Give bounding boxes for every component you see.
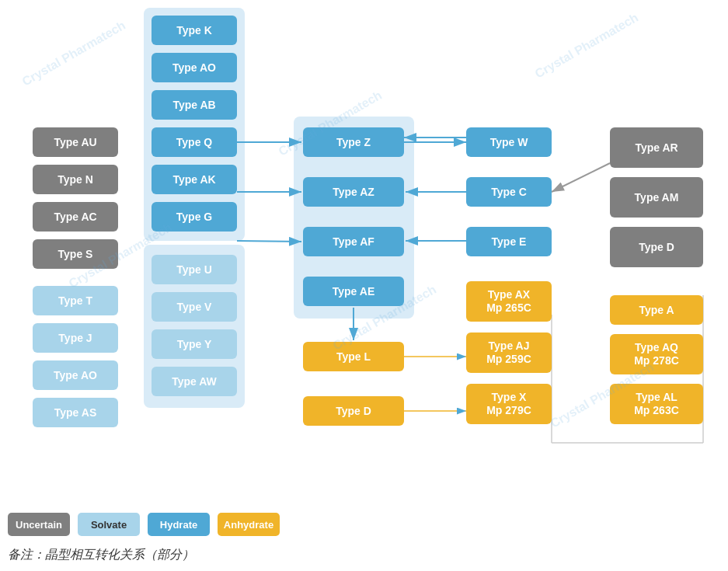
node-type-u: Type U xyxy=(152,255,237,284)
legend-box-hydrate: Hydrate xyxy=(148,513,210,536)
main-container: Crystal Pharmatech Crystal Pharmatech Cr… xyxy=(0,0,728,571)
node-type-e: Type E xyxy=(466,227,552,256)
node-type-q: Type Q xyxy=(152,127,237,157)
legend-box-solvate: Solvate xyxy=(78,513,140,536)
node-type-w: Type W xyxy=(466,127,552,157)
node-type-am: Type AM xyxy=(610,177,703,218)
node-type-s: Type S xyxy=(33,239,118,269)
node-type-g: Type G xyxy=(152,202,237,232)
legend-box-uncertain: Uncertain xyxy=(8,513,70,536)
node-type-a: Type A xyxy=(610,295,703,325)
legend: Uncertain Solvate Hydrate Anhydrate xyxy=(8,513,280,536)
node-type-as: Type AS xyxy=(33,398,118,427)
diagram-area: Type AU Type N Type AC Type S Type T Typ… xyxy=(8,8,720,509)
node-type-z: Type Z xyxy=(303,127,404,157)
legend-item-uncertain: Uncertain xyxy=(8,513,70,536)
nodes-layer: Type AU Type N Type AC Type S Type T Typ… xyxy=(8,8,720,509)
node-type-ao-bot: Type AO xyxy=(33,360,118,390)
node-type-y: Type Y xyxy=(152,329,237,359)
node-type-az: Type AZ xyxy=(303,177,404,207)
legend-box-anhydrate: Anhydrate xyxy=(218,513,280,536)
node-type-au: Type AU xyxy=(33,127,118,157)
legend-item-anhydrate: Anhydrate xyxy=(218,513,280,536)
legend-item-hydrate: Hydrate xyxy=(148,513,210,536)
node-type-d-bot: Type D xyxy=(303,396,404,426)
node-type-l: Type L xyxy=(303,342,404,371)
node-type-v: Type V xyxy=(152,292,237,322)
node-type-ao-top: Type AO xyxy=(152,53,237,82)
node-type-aw: Type AW xyxy=(152,367,237,396)
node-type-aj: Type AJMp 259C xyxy=(466,333,552,373)
node-type-ae: Type AE xyxy=(303,277,404,306)
node-type-t: Type T xyxy=(33,286,118,315)
node-type-ak: Type AK xyxy=(152,165,237,194)
node-type-ax: Type AXMp 265C xyxy=(466,281,552,322)
node-type-x: Type XMp 279C xyxy=(466,384,552,424)
node-type-d-right: Type D xyxy=(610,227,703,267)
node-type-ac: Type AC xyxy=(33,202,118,232)
node-type-al: Type ALMp 263C xyxy=(610,384,703,424)
node-type-c: Type C xyxy=(466,177,552,207)
node-type-ab: Type AB xyxy=(152,90,237,120)
node-type-j: Type J xyxy=(33,323,118,353)
node-type-aq: Type AQMp 278C xyxy=(610,334,703,374)
footnote: 备注：晶型相互转化关系（部分） xyxy=(8,547,194,563)
node-type-ar: Type AR xyxy=(610,127,703,168)
node-type-k: Type K xyxy=(152,16,237,45)
node-type-af: Type AF xyxy=(303,227,404,256)
legend-item-solvate: Solvate xyxy=(78,513,140,536)
node-type-n: Type N xyxy=(33,165,118,194)
